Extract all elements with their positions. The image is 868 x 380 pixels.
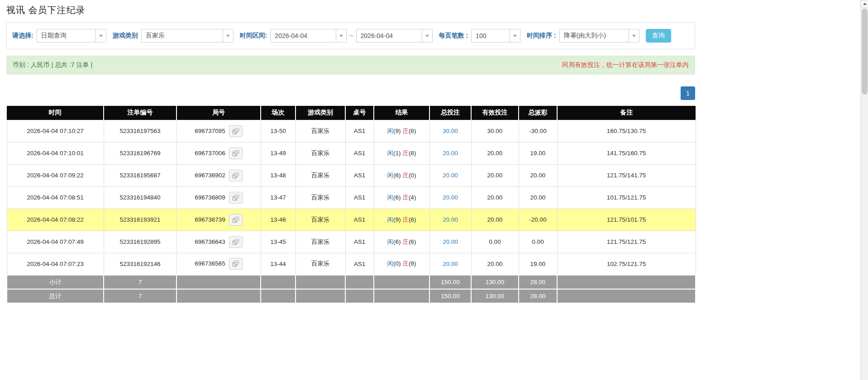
summary-game bbox=[296, 289, 345, 303]
sort-order-dropdown[interactable] bbox=[559, 29, 639, 43]
table-row: 2026-04-04 07:10:27523316197563696737095… bbox=[7, 120, 696, 142]
result-player-score: (9) bbox=[393, 216, 401, 223]
date-from-input[interactable] bbox=[270, 29, 336, 43]
round-cell: 696736565 bbox=[176, 253, 261, 275]
result-banker-score: (9) bbox=[409, 260, 416, 267]
dice-icon bbox=[232, 217, 239, 223]
payout: 20.00 bbox=[519, 186, 557, 209]
total-bet-link[interactable]: 20.00 bbox=[443, 261, 458, 267]
total-bet-link[interactable]: 20.00 bbox=[443, 238, 458, 245]
result-player: 闲 bbox=[387, 172, 394, 179]
table-row: 2026-04-04 07:08:51523316194840696736809… bbox=[7, 186, 696, 209]
valid-bet: 20.00 bbox=[471, 186, 519, 209]
video-replay-button[interactable] bbox=[229, 192, 243, 204]
bet-time: 2026-04-04 07:09:22 bbox=[7, 164, 104, 186]
session: 13-46 bbox=[261, 209, 296, 231]
dice-icon bbox=[232, 172, 239, 179]
total-bet-cell: 20.00 bbox=[429, 164, 471, 186]
filter-panel: 请选择: 游戏类别 时间区间: ~ 每页笔数 : bbox=[6, 22, 695, 49]
search-button[interactable]: 查询 bbox=[646, 29, 671, 43]
summary-session bbox=[261, 289, 296, 303]
video-replay-button[interactable] bbox=[229, 214, 243, 226]
total-bet-link[interactable]: 20.00 bbox=[443, 172, 458, 179]
summary-label: 总计 bbox=[7, 289, 104, 303]
dice-icon bbox=[232, 195, 239, 201]
summary-count: 7 bbox=[104, 275, 176, 289]
summary-payout: 28.00 bbox=[519, 275, 557, 289]
content: 视讯 会员下注纪录 请选择: 游戏类别 时间区间: ~ 每页笔数 bbox=[6, 0, 695, 304]
scrollbar-thumb[interactable] bbox=[862, 9, 868, 95]
dice-icon bbox=[232, 128, 239, 134]
query-type-value[interactable] bbox=[37, 29, 95, 43]
table-row: 2026-04-04 07:09:22523316195687696736902… bbox=[7, 164, 696, 186]
session: 13-44 bbox=[261, 253, 296, 275]
chevron-down-icon[interactable] bbox=[95, 29, 106, 43]
round-number: 696736739 bbox=[195, 216, 225, 223]
table-row: 2026-04-04 07:07:23523316192146696736565… bbox=[7, 253, 696, 275]
date-from-picker[interactable] bbox=[270, 29, 347, 43]
total-bet-link[interactable]: 20.00 bbox=[443, 216, 458, 223]
result-player: 闲 bbox=[387, 238, 394, 245]
bet-number: 523316192146 bbox=[104, 253, 176, 275]
result-player: 闲 bbox=[387, 194, 394, 201]
sort-order-value[interactable] bbox=[559, 29, 629, 43]
video-replay-button[interactable] bbox=[229, 236, 243, 248]
col-header-valid-bet: 有效投注 bbox=[471, 106, 519, 120]
summary-payout: 28.00 bbox=[519, 289, 557, 303]
col-header-bet-number: 注单编号 bbox=[104, 106, 176, 120]
col-header-result: 结果 bbox=[374, 106, 429, 120]
remark: 141.75/160.75 bbox=[557, 142, 696, 164]
total-bet-link[interactable]: 20.00 bbox=[443, 150, 458, 157]
result-cell: 闲(9) 庄(8) bbox=[374, 209, 429, 231]
valid-bet: 20.00 bbox=[471, 209, 519, 231]
result-cell: 闲(6) 庄(4) bbox=[374, 186, 429, 209]
video-replay-button[interactable] bbox=[229, 125, 243, 137]
table-number: AS1 bbox=[345, 186, 374, 209]
date-to-input[interactable] bbox=[356, 29, 422, 43]
result-player-score: (6) bbox=[393, 194, 401, 201]
video-replay-button[interactable] bbox=[229, 258, 243, 270]
col-header-total-bet: 总投注 bbox=[429, 106, 471, 120]
page-title: 视讯 会员下注纪录 bbox=[6, 0, 695, 16]
summary-session bbox=[261, 275, 296, 289]
payout: -30.00 bbox=[519, 120, 557, 142]
bet-time: 2026-04-04 07:08:51 bbox=[7, 186, 104, 209]
total-bet-cell: 20.00 bbox=[429, 253, 471, 275]
session: 13-48 bbox=[261, 164, 296, 186]
game-type-dropdown[interactable] bbox=[141, 29, 234, 43]
result-banker-score: (8) bbox=[409, 128, 416, 134]
chevron-down-icon[interactable] bbox=[336, 29, 347, 43]
bet-number: 523316196769 bbox=[104, 142, 176, 164]
summary-result bbox=[374, 275, 429, 289]
result-cell: 闲(0) 庄(9) bbox=[374, 253, 429, 275]
chevron-down-icon[interactable] bbox=[422, 29, 433, 43]
page-size-dropdown[interactable] bbox=[471, 29, 520, 43]
table-row: 2026-04-04 07:10:01523316196769696737006… bbox=[7, 142, 696, 164]
session: 13-47 bbox=[261, 186, 296, 209]
remark: 160.75/130.75 bbox=[557, 120, 696, 142]
round-cell: 696736809 bbox=[176, 186, 261, 209]
summary-total-bet: 150.00 bbox=[429, 289, 471, 303]
page: 视讯 会员下注纪录 请选择: 游戏类别 时间区间: ~ 每页笔数 bbox=[0, 0, 868, 380]
scrollbar[interactable] bbox=[860, 0, 868, 380]
page-size-input[interactable] bbox=[471, 29, 510, 43]
chevron-down-icon[interactable] bbox=[223, 29, 234, 43]
video-replay-button[interactable] bbox=[229, 170, 243, 181]
video-replay-button[interactable] bbox=[229, 147, 243, 159]
chevron-down-icon[interactable] bbox=[629, 29, 639, 43]
chevron-down-icon[interactable] bbox=[510, 29, 520, 43]
game-type-label: 游戏类别 bbox=[113, 32, 138, 40]
page-button-1[interactable]: 1 bbox=[681, 86, 695, 100]
result-player-score: (1) bbox=[393, 150, 401, 157]
query-type-dropdown[interactable] bbox=[37, 29, 106, 43]
game-type-value[interactable] bbox=[141, 29, 223, 43]
date-to-picker[interactable] bbox=[356, 29, 433, 43]
result-player-score: (0) bbox=[393, 260, 401, 267]
arrow-up-icon[interactable] bbox=[861, 0, 868, 8]
remark: 102.75/121.75 bbox=[557, 253, 696, 275]
round-cell: 696737006 bbox=[176, 142, 261, 164]
total-bet-link[interactable]: 20.00 bbox=[443, 194, 458, 201]
total-bet-link[interactable]: 30.00 bbox=[443, 128, 458, 134]
result-banker: 庄 bbox=[402, 194, 409, 201]
round-number: 696736643 bbox=[195, 238, 225, 245]
